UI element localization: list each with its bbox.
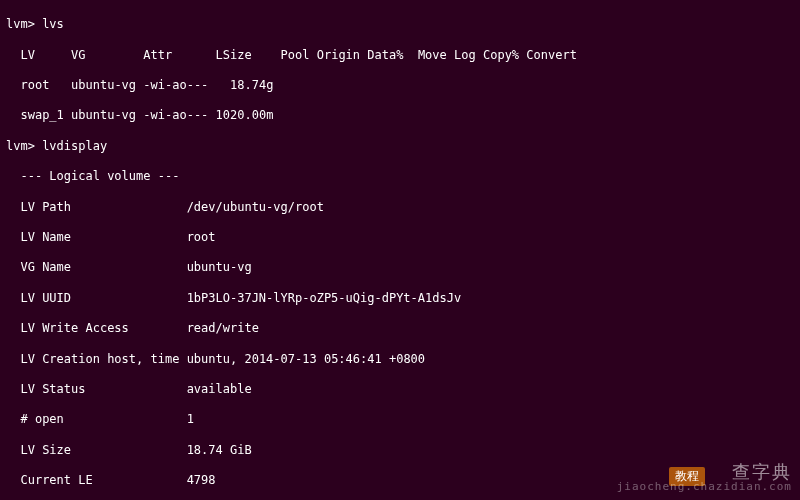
terminal-output[interactable]: lvm> lvs LV VG Attr LSize Pool Origin Da… (0, 0, 800, 500)
lv-field: LV UUID 1bP3LO-37JN-lYRp-oZP5-uQig-dPYt-… (6, 291, 794, 306)
command-text: lvdisplay (42, 139, 107, 153)
command-text: lvs (42, 17, 64, 31)
prompt-line: lvm> lvdisplay (6, 139, 794, 154)
lv-field: # open 1 (6, 412, 794, 427)
lv-field: LV Name root (6, 230, 794, 245)
lv-field: LV Size 18.74 GiB (6, 443, 794, 458)
lv-field: LV Write Access read/write (6, 321, 794, 336)
lvs-row: root ubuntu-vg -wi-ao--- 18.74g (6, 78, 794, 93)
prompt-line: lvm> lvs (6, 17, 794, 32)
prompt: lvm> (6, 139, 42, 153)
lvs-row: swap_1 ubuntu-vg -wi-ao--- 1020.00m (6, 108, 794, 123)
lv-field: LV Status available (6, 382, 794, 397)
lv-field: LV Creation host, time ubuntu, 2014-07-1… (6, 352, 794, 367)
lvs-header: LV VG Attr LSize Pool Origin Data% Move … (6, 48, 794, 63)
lv-field: LV Path /dev/ubuntu-vg/root (6, 200, 794, 215)
lv-field: VG Name ubuntu-vg (6, 260, 794, 275)
prompt: lvm> (6, 17, 42, 31)
lv-field: Current LE 4798 (6, 473, 794, 488)
lv-section-header: --- Logical volume --- (6, 169, 794, 184)
